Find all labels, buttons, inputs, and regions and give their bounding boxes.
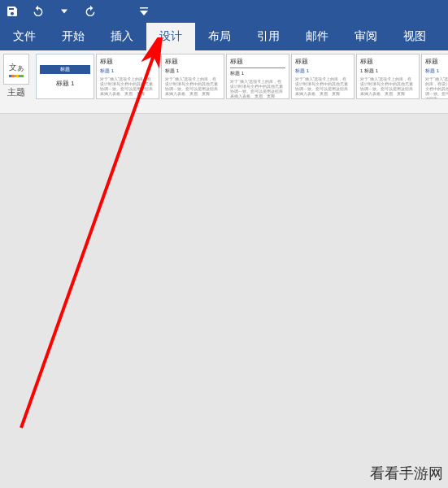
- style-set-filler: 对于“插入”选项卡上的库，在设计时请与文档中的其他元素协调一致。您可以使用这些库…: [165, 76, 220, 96]
- style-set-filler: 对于“插入”选项卡上的库，在设计时请与文档中的其他元素协调一致。您可以使用这些库: [425, 76, 448, 99]
- style-set-subtitle: 标题 1: [295, 68, 350, 75]
- themes-button[interactable]: 文ぁ 主题: [3, 54, 29, 98]
- style-set-title: 标题: [230, 57, 285, 66]
- style-set-subtitle: 标题 1: [230, 70, 285, 77]
- style-set-5[interactable]: 标题 1 标题 1 对于“插入”选项卡上的库，在设计时请与文档中的其他元素协调一…: [356, 54, 420, 99]
- style-set-subtitle: 标题 1: [165, 68, 220, 75]
- svg-rect-0: [140, 7, 148, 9]
- style-set-3[interactable]: 标题 标题 1 对于“插入”选项卡上的库，在设计时请与文档中的其他元素协调一致。…: [226, 54, 289, 99]
- tab-insert[interactable]: 插入: [98, 23, 146, 50]
- tab-home[interactable]: 开始: [49, 23, 98, 50]
- style-set-title: 标题: [295, 57, 350, 66]
- themes-label: 主题: [7, 86, 25, 98]
- tab-mailings[interactable]: 邮件: [293, 23, 341, 50]
- style-set-title: 标题: [360, 57, 415, 66]
- tab-layout[interactable]: 布局: [195, 23, 244, 50]
- tab-design[interactable]: 设计: [146, 23, 195, 50]
- tab-review[interactable]: 审阅: [341, 23, 390, 50]
- style-set-filler: 对于“插入”选项卡上的库，在设计时请与文档中的其他元素协调一致。您可以使用这些库…: [295, 76, 350, 96]
- ribbon-design: 文ぁ 主题 标题 标题 1 标题 标题 1 对于“插入”选项卡上的库，在设计时请…: [0, 50, 448, 114]
- style-set-2[interactable]: 标题 标题 1 对于“插入”选项卡上的库，在设计时请与文档中的其他元素协调一致。…: [161, 54, 224, 99]
- watermark-text: 看看手游网: [370, 464, 443, 483]
- tab-zhiwang[interactable]: 知网: [439, 23, 448, 50]
- undo-dropdown-icon[interactable]: [57, 4, 72, 19]
- style-set-filler: 对于“插入”选项卡上的库，在设计时请与文档中的其他元素协调一致。您可以使用这些库…: [100, 76, 155, 96]
- style-set-subtitle: 标题 1: [56, 79, 75, 88]
- save-icon[interactable]: [5, 4, 20, 19]
- style-set-banner: 标题: [40, 65, 90, 74]
- style-set-filler: 对于“插入”选项卡上的库，在设计时请与文档中的其他元素协调一致。您可以使用这些库…: [230, 79, 285, 98]
- undo-icon[interactable]: [31, 4, 46, 19]
- redo-icon[interactable]: [83, 4, 98, 19]
- themes-thumbnail: 文ぁ: [3, 54, 29, 85]
- style-set-4[interactable]: 标题 标题 1 对于“插入”选项卡上的库，在设计时请与文档中的其他元素协调一致。…: [291, 54, 354, 99]
- tab-file[interactable]: 文件: [0, 23, 49, 50]
- style-set-1[interactable]: 标题 标题 1 对于“插入”选项卡上的库，在设计时请与文档中的其他元素协调一致。…: [96, 54, 159, 99]
- ribbon-tabs: 文件 开始 插入 设计 布局 引用 邮件 审阅 视图 知网: [0, 23, 448, 50]
- style-set-0[interactable]: 标题 标题 1: [36, 54, 94, 99]
- tab-references[interactable]: 引用: [244, 23, 293, 50]
- themes-group: 文ぁ 主题 标题 标题 1 标题 标题 1 对于“插入”选项卡上的库，在设计时请…: [0, 50, 448, 113]
- tab-view[interactable]: 视图: [390, 23, 439, 50]
- style-set-subtitle: 标题 1: [100, 68, 155, 75]
- style-set-subtitle: 标题 1: [425, 68, 448, 75]
- style-set-subtitle: 1 标题 1: [360, 68, 415, 75]
- style-set-6[interactable]: 标题 标题 1 对于“插入”选项卡上的库，在设计时请与文档中的其他元素协调一致。…: [421, 54, 448, 99]
- style-set-title: 标题: [425, 57, 448, 66]
- style-set-title: 标题: [165, 57, 220, 66]
- quick-access-toolbar: [0, 0, 448, 23]
- document-canvas[interactable]: [0, 114, 448, 488]
- qat-customize-icon[interactable]: [137, 4, 151, 19]
- style-set-title: 标题: [100, 57, 155, 66]
- style-set-filler: 对于“插入”选项卡上的库，在设计时请与文档中的其他元素协调一致。您可以使用这些库…: [360, 76, 415, 96]
